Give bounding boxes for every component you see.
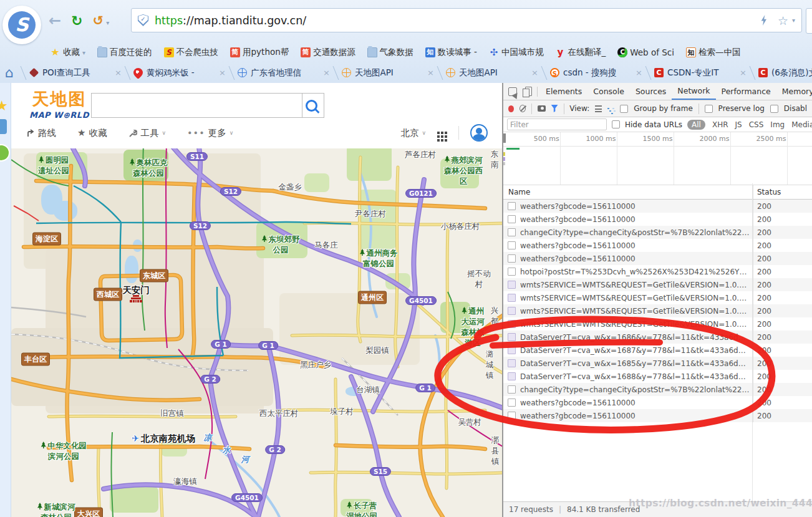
tianditu-logo[interactable]: 天地图 MAP W⊕RLD [25, 88, 94, 120]
apps-grid-icon[interactable] [437, 132, 440, 134]
clear-button[interactable] [520, 105, 526, 112]
url-text[interactable]: https://map.tianditu.gov.cn/ [155, 14, 306, 27]
screenshot-icon[interactable] [538, 105, 545, 112]
request-name[interactable]: wmts?SERVICE=WMTS&REQUEST=GetTile&VERSIO… [520, 281, 753, 289]
table-row[interactable]: weathers?gbcode=156110000200 [503, 239, 812, 252]
request-name[interactable]: weathers?gbcode=156110000 [520, 241, 753, 250]
bookmark-star-icon[interactable]: ☆ [778, 14, 788, 27]
table-row[interactable]: wmts?SERVICE=WMTS&REQUEST=GetTile&VERSIO… [503, 304, 812, 317]
bookmark-item[interactable]: 气象数据 [367, 47, 413, 58]
bookmark-caret-icon[interactable]: ▾ [792, 17, 795, 24]
bookmark-item[interactable]: 知数读城事 - [425, 47, 477, 58]
devtools-tab-sources[interactable]: Sources [630, 84, 672, 100]
devtools-tab-console[interactable]: Console [587, 84, 630, 100]
tab-close-icon[interactable]: × [427, 68, 434, 77]
table-row[interactable]: DataServer?T=cva_w&x=1687&y=778&l=11&tk=… [503, 344, 812, 357]
table-row[interactable]: changeCity?type=changeCity&postStr=%7B%2… [503, 383, 812, 396]
tools-button[interactable]: 工具∨ [128, 127, 166, 139]
network-filter-input[interactable] [507, 118, 607, 130]
table-row[interactable]: wmts?SERVICE=WMTS&REQUEST=GetTile&VERSIO… [503, 291, 812, 304]
preserve-log-checkbox[interactable] [705, 105, 713, 113]
back-button[interactable]: ← [49, 12, 61, 29]
tab-5[interactable]: 天地图API× [443, 67, 541, 79]
bookmark-item[interactable]: 简交通数据源 [301, 47, 355, 58]
search-button[interactable] [299, 93, 324, 118]
table-row[interactable]: weathers?gbcode=156110000200 [503, 409, 812, 422]
gadget-circle-icon[interactable] [0, 144, 10, 162]
tab-close-icon[interactable]: × [636, 68, 642, 77]
request-name[interactable]: changeCity?type=changeCity&postStr=%7B%2… [520, 228, 753, 237]
devtools-tab-elements[interactable]: Elements [540, 84, 587, 100]
request-name[interactable]: wmts?SERVICE=WMTS&REQUEST=GetTile&VERSIO… [520, 294, 753, 302]
table-row[interactable]: weathers?gbcode=156110000200 [503, 396, 812, 409]
bookmark-item[interactable]: 知检索—中国 [686, 47, 741, 58]
requests-table-header[interactable]: Name Status [503, 185, 812, 200]
record-button[interactable] [508, 105, 514, 112]
refresh-button[interactable]: ↻ [71, 13, 82, 29]
table-row[interactable]: wmts?SERVICE=WMTS&REQUEST=GetTile&VERSIO… [503, 278, 812, 291]
tab-3[interactable]: 广东省地理信× [235, 67, 332, 79]
waterfall-view-icon[interactable] [607, 108, 609, 110]
request-name[interactable]: weathers?gbcode=156110000 [520, 412, 753, 420]
disable-cache-checkbox[interactable] [770, 105, 778, 113]
tab-8[interactable]: C(6条消息)文× [756, 67, 812, 79]
route-button[interactable]: 路线 [26, 127, 56, 139]
table-row[interactable]: DataServer?T=cva_w&x=1688&y=778&l=11&tk=… [503, 370, 812, 383]
tab-close-icon[interactable]: × [115, 68, 122, 77]
gadget-panel-icon[interactable] [0, 119, 7, 134]
table-row[interactable]: changeCity?type=changeCity&postStr=%7B%2… [503, 226, 812, 239]
tab-7[interactable]: CCSDN-专业IT× [652, 67, 749, 79]
tab-close-icon[interactable]: × [323, 68, 330, 77]
filter-funnel-icon[interactable] [551, 105, 558, 112]
request-name[interactable]: DataServer?T=cva_w&x=1688&y=778&l=11&tk=… [520, 372, 753, 381]
request-name[interactable]: weathers?gbcode=156110000 [520, 202, 753, 211]
type-filter-img[interactable]: Img [770, 120, 785, 129]
table-row[interactable]: weathers?gbcode=156110000200 [503, 252, 812, 265]
bookmark-item[interactable]: CWeb of Sci [617, 47, 674, 57]
gadget-star-icon[interactable]: ★ [0, 98, 8, 114]
request-name[interactable]: DataServer?T=cva_w&x=1687&y=778&l=11&tk=… [520, 346, 753, 355]
inspect-element-icon[interactable] [508, 87, 517, 96]
tab-close-icon[interactable]: × [740, 68, 747, 77]
tab-close-icon[interactable]: × [219, 68, 226, 77]
bookmark-item[interactable]: ✣中国城市规 [489, 47, 544, 58]
request-name[interactable]: DataServer?T=cva_w&x=1686&y=778&l=11&tk=… [520, 333, 753, 342]
city-selector[interactable]: 北京∨ [400, 127, 426, 139]
table-row[interactable]: hotpoi?postStr=T%253Dcvh_w%2526X%253D421… [503, 265, 812, 278]
tab-4[interactable]: 天地图API× [339, 67, 437, 79]
map-canvas[interactable]: 海淀区东城区西城区通州区丰台区大兴区S11S12S12G0121G4501G 1… [11, 148, 503, 517]
home-icon[interactable]: ⌂ [5, 65, 14, 80]
bookmark-item[interactable]: 简用python帮 [230, 47, 289, 58]
list-view-icon[interactable] [595, 105, 602, 112]
devtools-tab-memory[interactable]: Memory [776, 84, 812, 100]
request-name[interactable]: DataServer?T=cva_w&x=1685&y=778&l=11&tk=… [520, 359, 753, 368]
table-row[interactable]: wmts?SERVICE=WMTS&REQUEST=GetTile&VERSIO… [503, 317, 812, 331]
status-column-header[interactable]: Status [753, 185, 812, 199]
type-filter-xhr[interactable]: XHR [712, 120, 728, 129]
table-row[interactable]: weathers?gbcode=156110000200 [503, 213, 812, 226]
group-by-frame-checkbox[interactable] [620, 105, 628, 113]
favorites-button[interactable]: ★ 收藏 [77, 127, 107, 139]
bookmarks-menu[interactable]: ★ 收藏 ▾ [50, 47, 85, 58]
hide-data-urls-checkbox[interactable] [612, 120, 620, 128]
tab-2[interactable]: 黄焖鸡米饭 -× [131, 67, 228, 79]
request-name[interactable]: changeCity?type=changeCity&postStr=%7B%2… [520, 385, 753, 394]
name-column-header[interactable]: Name [503, 188, 753, 196]
sogou-logo[interactable]: S [2, 6, 41, 44]
request-name[interactable]: weathers?gbcode=156110000 [520, 399, 753, 407]
type-filter-all[interactable]: All [687, 120, 705, 130]
table-row[interactable]: DataServer?T=cva_w&x=1685&y=778&l=11&tk=… [503, 357, 812, 370]
map-search-input[interactable] [91, 93, 302, 118]
undo-button[interactable]: ↺ ▾ [93, 13, 110, 28]
table-row[interactable]: DataServer?T=cva_w&x=1686&y=778&l=11&tk=… [503, 331, 812, 344]
request-name[interactable]: wmts?SERVICE=WMTS&REQUEST=GetTile&VERSIO… [520, 320, 753, 329]
more-button[interactable]: ••• 更多∨ [187, 127, 233, 139]
tab-6[interactable]: Scsdn - 搜狗搜× [548, 67, 645, 79]
tab-1[interactable]: POI查询工具× [27, 67, 124, 79]
user-avatar[interactable] [470, 124, 488, 142]
bookmark-item[interactable]: S不会爬虫技 [164, 47, 219, 58]
type-filter-js[interactable]: JS [735, 120, 742, 129]
type-filter-media[interactable]: Media [791, 120, 812, 129]
device-toolbar-icon[interactable] [525, 87, 532, 96]
devtools-tab-network[interactable]: Network [672, 84, 715, 100]
